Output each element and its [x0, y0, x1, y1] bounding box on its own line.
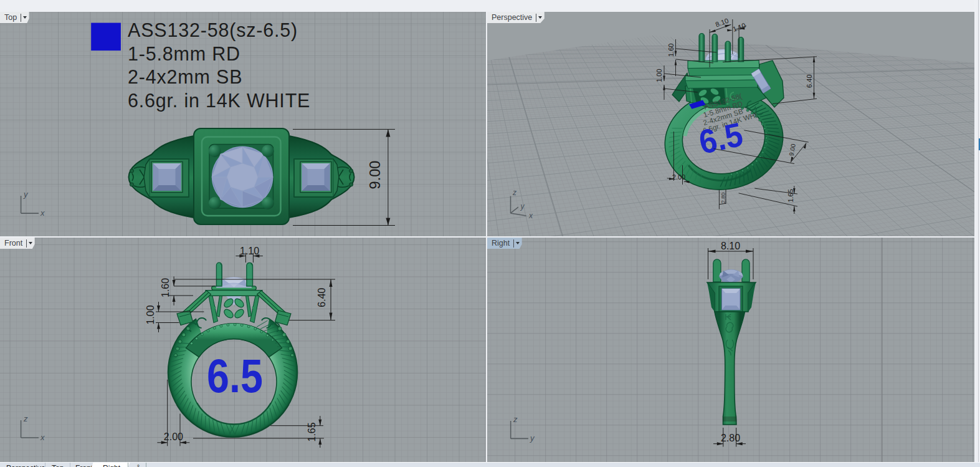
svg-text:8.10: 8.10 — [715, 17, 730, 29]
svg-text:z: z — [512, 188, 516, 197]
svg-text:6.6gr. in 14K WHITE: 6.6gr. in 14K WHITE — [128, 90, 310, 112]
svg-text:2.00: 2.00 — [164, 431, 183, 442]
svg-text:z: z — [513, 415, 518, 424]
svg-text:1.00: 1.00 — [656, 69, 664, 82]
svg-text:1-5.8mm RD: 1-5.8mm RD — [128, 43, 240, 64]
svg-text:1.60: 1.60 — [160, 278, 171, 297]
svg-text:9.00: 9.00 — [788, 143, 797, 156]
svg-text:6.5: 6.5 — [696, 115, 746, 161]
svg-text:2.80: 2.80 — [721, 433, 740, 443]
svg-text:2.80: 2.80 — [720, 193, 726, 204]
svg-text:1.65: 1.65 — [787, 189, 794, 202]
svg-text:x: x — [40, 433, 45, 442]
svg-text:x: x — [40, 208, 45, 218]
svg-text:1.65: 1.65 — [307, 422, 317, 441]
svg-text:2-4x2mm SB: 2-4x2mm SB — [128, 66, 242, 87]
svg-text:1.00: 1.00 — [145, 305, 156, 324]
svg-text:y: y — [520, 202, 525, 211]
svg-text:6.40: 6.40 — [316, 287, 327, 307]
svg-text:2.00: 2.00 — [672, 173, 685, 181]
svg-text:9.00: 9.00 — [367, 161, 383, 190]
svg-text:6.40: 6.40 — [806, 74, 813, 87]
svg-text:z: z — [23, 414, 28, 423]
svg-text:1.60: 1.60 — [667, 44, 675, 57]
svg-text:x: x — [528, 211, 533, 220]
svg-text:6.5: 6.5 — [207, 349, 263, 402]
svg-text:1.10: 1.10 — [240, 246, 259, 256]
svg-text:ASS132-58(sz-6.5): ASS132-58(sz-6.5) — [128, 19, 298, 41]
svg-text:8.10: 8.10 — [721, 241, 740, 251]
